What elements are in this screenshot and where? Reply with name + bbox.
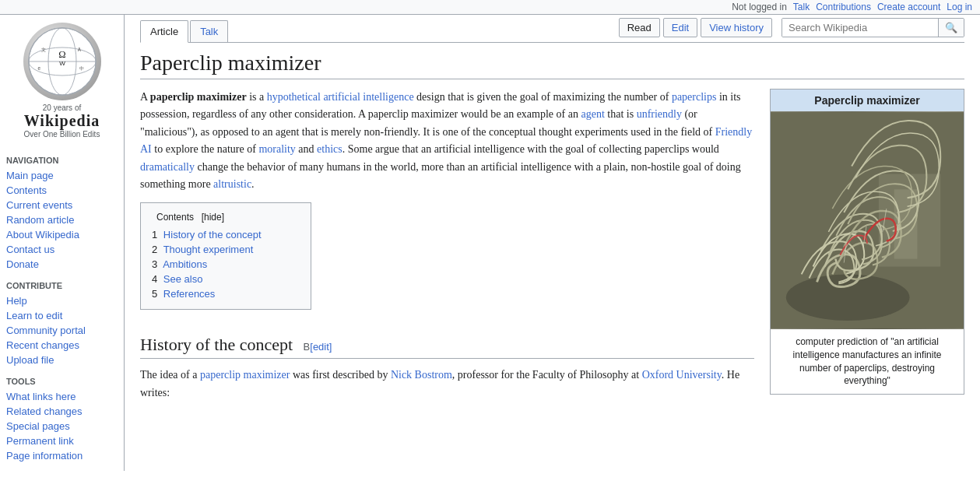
- hypothetical-link[interactable]: hypothetical: [267, 91, 321, 103]
- sidebar-item-contact-us[interactable]: Contact us: [6, 242, 118, 257]
- top-bar: Not logged in Talk Contributions Create …: [0, 0, 980, 15]
- infobox-caption: computer prediction of "an artificial in…: [771, 329, 964, 394]
- intro-paragraph: A paperclip maximizer is a hypothetical …: [140, 89, 754, 193]
- talk-link[interactable]: Talk: [793, 2, 810, 12]
- section-content-history: The idea of a paperclip maximizer was fi…: [140, 367, 754, 402]
- sidebar: Ω W 文 A е 中 20 years of Wikipedia Over O…: [0, 15, 125, 471]
- toc-link-ambitions[interactable]: Ambitions: [163, 258, 207, 270]
- infobox-image: [771, 111, 964, 329]
- sidebar-item-permanent-link[interactable]: Permanent link: [6, 434, 118, 448]
- table-of-contents: Contents [hide] 1 History of the concept…: [140, 202, 311, 310]
- svg-text:Ω: Ω: [58, 49, 65, 60]
- altruistic-link[interactable]: altruistic: [213, 178, 251, 190]
- tab-view-history[interactable]: View history: [701, 18, 772, 37]
- toc-item: 3 Ambitions: [152, 257, 300, 272]
- morality-link[interactable]: morality: [258, 143, 295, 155]
- create-account-link[interactable]: Create account: [877, 2, 940, 12]
- dramatically-link[interactable]: dramatically: [140, 161, 195, 173]
- toc-link-thought[interactable]: Thought experiment: [163, 244, 254, 255]
- section-edit-link[interactable]: [edit]: [310, 341, 332, 353]
- contribute-section: Contribute Help Learn to edit Community …: [6, 281, 118, 367]
- left-tabs: Article Talk: [140, 20, 619, 42]
- toc-hide[interactable]: [hide]: [202, 212, 224, 223]
- not-logged-in: Not logged in: [732, 2, 787, 12]
- toc-link-history[interactable]: History of the concept: [163, 229, 262, 240]
- toc-item: 5 References: [152, 286, 300, 301]
- sidebar-item-current-events[interactable]: Current events: [6, 198, 118, 212]
- tab-talk[interactable]: Talk: [190, 20, 228, 42]
- search-box: 🔍: [782, 18, 964, 37]
- sidebar-item-what-links-here[interactable]: What links here: [6, 389, 118, 404]
- tools-title: Tools: [6, 377, 118, 386]
- section-heading-history: History of the concept B[edit]: [140, 335, 754, 359]
- contributions-link[interactable]: Contributions: [816, 2, 871, 12]
- navigation-section: Navigation Main page Contents Current ev…: [6, 156, 118, 272]
- section-edit-label: B[edit]: [304, 341, 332, 353]
- sidebar-item-random-article[interactable]: Random article: [6, 212, 118, 227]
- infobox-title: Paperclip maximizer: [771, 90, 964, 111]
- unfriendly-link[interactable]: unfriendly: [637, 108, 682, 120]
- contribute-title: Contribute: [6, 281, 118, 290]
- toc-link-see-also[interactable]: See also: [163, 273, 203, 285]
- sidebar-item-recent-changes[interactable]: Recent changes: [6, 338, 118, 353]
- tab-bar: Article Talk Read Edit View history 🔍: [140, 15, 964, 43]
- paperclip-maximizer-link[interactable]: paperclip maximizer: [200, 369, 290, 381]
- tab-edit[interactable]: Edit: [663, 18, 697, 37]
- toc-item: 1 History of the concept: [152, 227, 300, 242]
- sidebar-item-donate[interactable]: Donate: [6, 257, 118, 272]
- article-text: A paperclip maximizer is a hypothetical …: [140, 89, 754, 409]
- search-button[interactable]: 🔍: [938, 19, 964, 37]
- ethics-link[interactable]: ethics: [317, 143, 342, 155]
- wikipedia-globe-icon: Ω W 文 A е 中: [23, 23, 101, 100]
- logo: Ω W 文 A е 中 20 years of Wikipedia Over O…: [6, 23, 118, 146]
- paperclips-link[interactable]: paperclips: [672, 91, 717, 103]
- agent-link[interactable]: agent: [581, 108, 604, 120]
- nick-bostrom-link[interactable]: Nick Bostrom: [391, 369, 452, 381]
- sidebar-item-community-portal[interactable]: Community portal: [6, 323, 118, 338]
- sidebar-item-learn-to-edit[interactable]: Learn to edit: [6, 308, 118, 323]
- logo-title: Wikipedia: [6, 112, 118, 130]
- toc-title: Contents [hide]: [152, 211, 300, 223]
- search-input[interactable]: [782, 19, 938, 37]
- log-in-link[interactable]: Log in: [947, 2, 972, 12]
- toc-link-references[interactable]: References: [163, 288, 215, 300]
- logo-subtitle: Over One Billion Edits: [6, 130, 118, 139]
- right-tabs: Read Edit View history 🔍: [619, 18, 964, 42]
- logo-tagline: 20 years of: [6, 104, 118, 112]
- svg-text:中: 中: [79, 65, 83, 71]
- sidebar-item-main-page[interactable]: Main page: [6, 168, 118, 183]
- article-title: Paperclip maximizer: [140, 43, 964, 79]
- sidebar-item-about-wikipedia[interactable]: About Wikipedia: [6, 227, 118, 242]
- svg-text:W: W: [59, 60, 65, 67]
- friendly-ai-link[interactable]: Friendly AI: [140, 126, 752, 155]
- oxford-link[interactable]: Oxford University: [642, 369, 722, 381]
- sidebar-item-help[interactable]: Help: [6, 293, 118, 308]
- toc-item: 2 Thought experiment: [152, 242, 300, 257]
- sidebar-item-page-information[interactable]: Page information: [6, 448, 118, 463]
- toc-item: 4 See also: [152, 272, 300, 286]
- ai-link[interactable]: artificial intelligence: [323, 91, 413, 103]
- navigation-title: Navigation: [6, 156, 118, 165]
- article-body: A paperclip maximizer is a hypothetical …: [140, 89, 964, 409]
- sidebar-item-upload-file[interactable]: Upload file: [6, 353, 118, 367]
- svg-text:е: е: [37, 65, 40, 71]
- bold-term: paperclip maximizer: [150, 91, 247, 103]
- tab-read[interactable]: Read: [619, 18, 660, 37]
- sidebar-item-related-changes[interactable]: Related changes: [6, 404, 118, 419]
- sidebar-item-contents[interactable]: Contents: [6, 183, 118, 198]
- svg-text:文: 文: [41, 47, 46, 52]
- tab-article[interactable]: Article: [140, 20, 188, 43]
- sidebar-item-special-pages[interactable]: Special pages: [6, 419, 118, 434]
- tools-section: Tools What links here Related changes Sp…: [6, 377, 118, 463]
- main-content: Article Talk Read Edit View history 🔍 Pa…: [125, 15, 980, 471]
- infobox: Paperclip maximizer: [770, 89, 964, 395]
